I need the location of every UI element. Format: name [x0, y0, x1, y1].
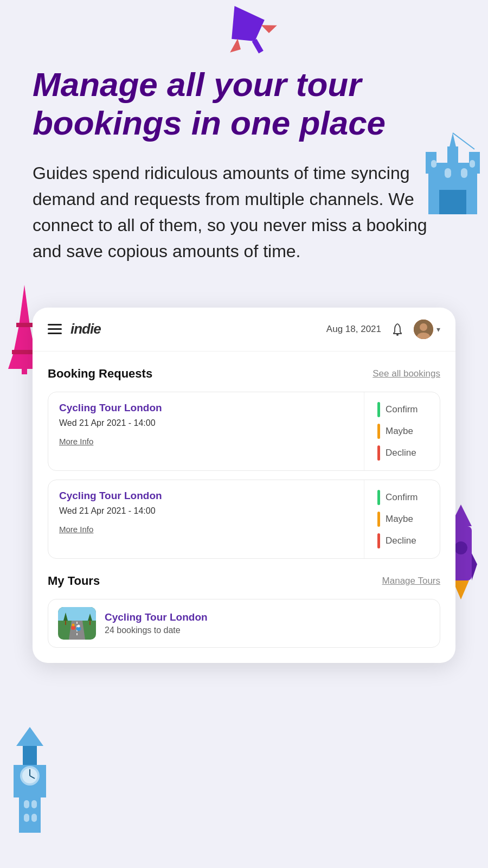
booking-requests-title: Booking Requests [48, 367, 152, 381]
svg-point-49 [72, 623, 75, 626]
tour-details: Cycling Tour London 24 bookings to date [105, 611, 430, 635]
confirm-bar [377, 490, 380, 505]
booking-requests-header: Booking Requests See all bookings [48, 367, 440, 381]
booking-date: Wed 21 Apr 2021 - 14:00 [59, 418, 353, 428]
decline-label: Decline [386, 535, 416, 546]
user-avatar-button[interactable]: ▾ [414, 320, 440, 339]
booking-actions: Confirm Maybe Decline [364, 480, 440, 558]
hero-title: Manage all your tour bookings in one pla… [33, 65, 455, 143]
svg-point-33 [22, 768, 37, 783]
decline-label: Decline [386, 448, 416, 458]
app-header: indie Aug 18, 2021 ▾ [33, 308, 455, 352]
svg-rect-39 [31, 814, 37, 822]
svg-rect-18 [16, 323, 33, 327]
tour-card: Cycling Tour London 24 bookings to date [48, 599, 440, 648]
svg-line-35 [30, 776, 35, 778]
hamburger-menu-button[interactable] [48, 324, 62, 334]
maybe-bar [377, 512, 380, 527]
tour-name: Cycling Tour London [105, 611, 430, 623]
svg-point-32 [20, 766, 40, 786]
decline-bar [377, 445, 380, 461]
booking-info: Cycling Tour London Wed 21 Apr 2021 - 14… [48, 392, 364, 470]
avatar [414, 320, 433, 339]
tour-thumbnail [58, 607, 96, 640]
svg-rect-20 [22, 366, 27, 374]
svg-rect-37 [31, 800, 37, 808]
header-date: Aug 18, 2021 [326, 324, 381, 335]
svg-marker-30 [16, 727, 43, 746]
svg-marker-16 [14, 326, 35, 353]
svg-point-51 [78, 624, 80, 627]
manage-tours-link[interactable]: Manage Tours [382, 576, 440, 586]
app-mockup-card: indie Aug 18, 2021 ▾ Booking Requests Se [33, 308, 455, 663]
maybe-label: Maybe [386, 426, 413, 437]
maybe-label: Maybe [386, 514, 413, 525]
app-logo: indie [70, 321, 318, 337]
svg-rect-36 [24, 800, 29, 808]
booking-tour-name: Cycling Tour London [59, 402, 353, 414]
decline-bar [377, 533, 380, 548]
more-info-link[interactable]: More Info [59, 525, 93, 534]
more-info-link[interactable]: More Info [59, 437, 93, 446]
chevron-down-icon: ▾ [436, 325, 440, 334]
svg-rect-29 [14, 765, 46, 797]
decline-action[interactable]: Decline [377, 445, 427, 461]
booking-date: Wed 21 Apr 2021 - 14:00 [59, 506, 353, 516]
booking-info: Cycling Tour London Wed 21 Apr 2021 - 14… [48, 480, 364, 558]
confirm-label: Confirm [386, 492, 418, 503]
maybe-action[interactable]: Maybe [377, 512, 427, 527]
deco-bigben-left [0, 722, 60, 835]
svg-point-42 [420, 323, 427, 331]
svg-rect-31 [23, 746, 37, 765]
tour-bookings-count: 24 bookings to date [105, 626, 430, 635]
hero-subtitle: Guides spend ridiculous amounts of time … [33, 160, 455, 264]
svg-marker-26 [472, 553, 477, 580]
confirm-action[interactable]: Confirm [377, 402, 427, 417]
my-tours-header: My Tours Manage Tours [48, 574, 440, 588]
svg-point-40 [396, 334, 399, 336]
my-tours-title: My Tours [48, 574, 100, 588]
notification-bell-button[interactable] [390, 322, 405, 337]
booking-card: Cycling Tour London Wed 21 Apr 2021 - 14… [48, 480, 440, 559]
booking-card: Cycling Tour London Wed 21 Apr 2021 - 14… [48, 392, 440, 471]
svg-rect-38 [24, 814, 29, 822]
confirm-bar [377, 402, 380, 417]
svg-rect-53 [65, 621, 66, 625]
maybe-action[interactable]: Maybe [377, 424, 427, 439]
svg-rect-28 [19, 792, 41, 833]
svg-rect-55 [89, 621, 91, 625]
confirm-action[interactable]: Confirm [377, 490, 427, 505]
my-tours-section: My Tours Manage Tours [48, 574, 440, 648]
booking-actions: Confirm Maybe Decline [364, 392, 440, 470]
booking-tour-name: Cycling Tour London [59, 490, 353, 502]
maybe-bar [377, 424, 380, 439]
decline-action[interactable]: Decline [377, 533, 427, 548]
see-all-bookings-link[interactable]: See all bookings [373, 368, 440, 379]
confirm-label: Confirm [386, 404, 418, 415]
app-body: Booking Requests See all bookings Cyclin… [33, 352, 455, 663]
hero-section: Manage all your tour bookings in one pla… [0, 0, 488, 286]
svg-marker-15 [19, 285, 30, 326]
svg-point-23 [454, 541, 467, 554]
